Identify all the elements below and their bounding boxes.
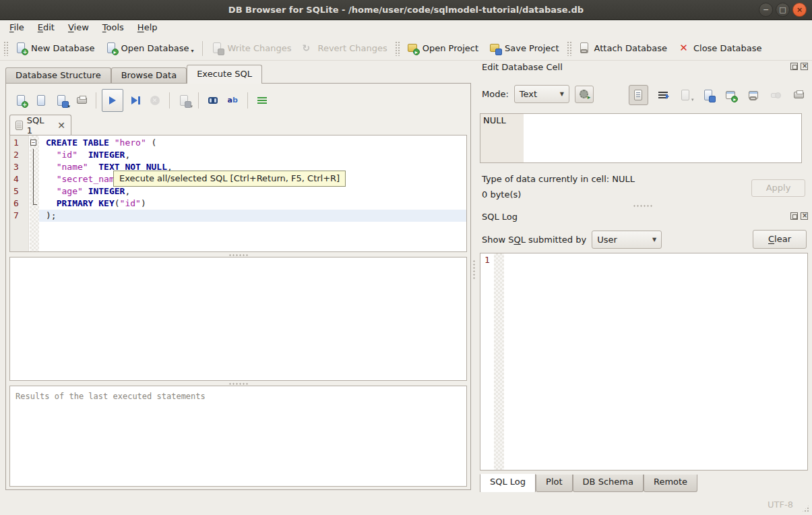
results-splitter[interactable]	[9, 381, 467, 386]
dock-section-splitter[interactable]	[474, 203, 812, 208]
code-text[interactable]: "age" INTEGER,	[39, 185, 466, 198]
new-database-button[interactable]: +New Database	[10, 40, 100, 57]
close-dock-icon[interactable]	[801, 212, 808, 220]
toolbar-handle[interactable]	[395, 41, 400, 56]
revert-changes-button[interactable]: ↻Revert Changes	[296, 40, 392, 57]
code-text[interactable]: PRIMARY KEY("id")	[39, 198, 466, 210]
cell-size-info: 0 byte(s)	[482, 189, 521, 200]
open-project-button[interactable]: ▸Open Project	[402, 40, 484, 57]
tab-database-structure[interactable]: Database Structure	[5, 67, 111, 84]
code-text[interactable]: CREATE TABLE "hero" (	[39, 137, 466, 149]
resize-grip-icon[interactable]	[801, 504, 810, 513]
float-dock-icon[interactable]	[790, 212, 798, 220]
dropdown-caret-icon[interactable]: ▾	[190, 104, 193, 109]
auto-mode-button[interactable]	[575, 86, 594, 103]
close-database-button[interactable]: ✕Close Database	[673, 40, 768, 57]
execute-current-line-button[interactable]	[126, 91, 144, 110]
sql-log-title: SQL Log	[482, 212, 518, 222]
print-cell-button[interactable]	[790, 87, 807, 103]
line-number: 2	[10, 149, 29, 161]
stop-execution-button[interactable]: ✕	[146, 91, 164, 110]
auto-completion-button[interactable]: ab	[224, 91, 242, 110]
encoding-indicator[interactable]: UTF-8	[768, 499, 793, 510]
line-number: 7	[10, 210, 29, 222]
write-changes-button[interactable]: Write Changes	[206, 40, 296, 57]
toolbar-handle[interactable]	[3, 41, 8, 56]
open-database-icon: ▸	[106, 42, 117, 54]
sql-toolbar: +▾✕▾ab	[9, 87, 467, 114]
save-project-button[interactable]: Save Project	[484, 40, 565, 57]
window-controls: − □ ×	[759, 3, 807, 17]
tab-browse-data[interactable]: Browse Data	[111, 67, 187, 84]
minimize-icon[interactable]: −	[759, 3, 773, 17]
print-button[interactable]	[73, 91, 90, 110]
code-text[interactable]: );	[39, 210, 466, 222]
code-line[interactable]: 7);	[10, 210, 466, 222]
mode-select[interactable]: Text ▼	[514, 85, 569, 103]
close-icon[interactable]: ×	[792, 3, 807, 17]
log-filter-value: User	[597, 235, 617, 245]
export-to-file-button[interactable]	[700, 87, 716, 103]
dock-splitter[interactable]	[472, 260, 476, 282]
toolbar-button-label: New Database	[31, 43, 95, 53]
tab-execute-sql[interactable]: Execute SQL	[187, 65, 262, 84]
cell-editor[interactable]: NULL	[480, 113, 802, 163]
editor-splitter[interactable]	[9, 252, 467, 257]
tab-sql-1[interactable]: SQL 1 ✕	[9, 115, 71, 135]
toolbar-button-label: Open Database	[121, 43, 189, 53]
code-text[interactable]: "id" INTEGER,	[39, 149, 466, 161]
execute-all-button[interactable]	[102, 89, 123, 112]
float-dock-icon[interactable]	[790, 63, 798, 70]
cell-editor-toolbar: ▾▸	[629, 85, 807, 105]
statusbar: UTF-8	[0, 492, 812, 515]
import-from-file-button[interactable]: ▾	[678, 87, 694, 103]
maximize-icon[interactable]: □	[776, 3, 790, 17]
save-results-button[interactable]: ▾	[175, 91, 193, 110]
titlebar[interactable]: DB Browser for SQLite - /home/user/code/…	[0, 0, 812, 20]
fold-collapse-icon[interactable]: −	[29, 137, 39, 149]
dock-tab-remote[interactable]: Remote	[644, 475, 697, 492]
find-button[interactable]	[204, 91, 222, 110]
clear-log-button[interactable]: Clear	[753, 230, 807, 249]
copy-link-button[interactable]	[745, 87, 761, 103]
sql-log-view[interactable]: 1	[480, 253, 808, 471]
format-sql-button[interactable]	[253, 91, 271, 110]
set-null-button[interactable]	[768, 87, 784, 103]
code-line[interactable]: 1−CREATE TABLE "hero" (	[10, 137, 466, 149]
fold-minus-icon[interactable]: −	[30, 140, 36, 146]
attach-database-icon	[579, 42, 590, 54]
page-plus-icon: +	[15, 95, 27, 107]
toolbar-button-label: Revert Changes	[317, 43, 387, 53]
menu-view[interactable]: View	[61, 20, 96, 36]
code-line[interactable]: 5 "age" INTEGER,	[10, 185, 466, 198]
text-mode-button[interactable]	[629, 85, 648, 105]
sql-editor[interactable]: 1−CREATE TABLE "hero" (2 "id" INTEGER,3 …	[9, 135, 467, 252]
open-sql-file-button[interactable]	[32, 91, 50, 110]
open-database-button[interactable]: ▸Open Database▾	[100, 40, 199, 57]
menu-tools[interactable]: Tools	[96, 20, 131, 36]
menu-edit[interactable]: Edit	[31, 20, 61, 36]
apply-button[interactable]: Apply	[751, 179, 805, 197]
toolbar-handle[interactable]	[567, 41, 571, 56]
code-line[interactable]: 2 "id" INTEGER,	[10, 149, 466, 161]
toolbar-separator	[96, 92, 96, 109]
dock-tab-db-schema[interactable]: DB Schema	[573, 475, 644, 492]
close-dock-icon[interactable]	[801, 63, 808, 70]
menu-help[interactable]: Help	[131, 20, 164, 36]
dock-tab-sql-log[interactable]: SQL Log	[480, 474, 536, 493]
open-in-external-button[interactable]: ▸	[723, 87, 739, 103]
open-tab-button[interactable]: +	[12, 91, 30, 110]
log-line-number: 1	[485, 255, 490, 265]
menu-file[interactable]: File	[3, 20, 31, 36]
dropdown-caret-icon[interactable]: ▾	[191, 48, 193, 54]
log-filter-select[interactable]: User ▼	[592, 231, 662, 249]
tab-close-icon[interactable]: ✕	[57, 120, 65, 131]
dropdown-caret-icon[interactable]: ▾	[67, 104, 70, 109]
word-wrap-button[interactable]	[655, 87, 671, 103]
dock-tab-plot[interactable]: Plot	[536, 475, 573, 492]
code-line[interactable]: 6 PRIMARY KEY("id")	[10, 198, 466, 210]
log-filter-label: Show SQL submitted by	[482, 235, 586, 245]
toolbar-button-label: Write Changes	[227, 43, 291, 53]
attach-database-button[interactable]: Attach Database	[573, 40, 673, 57]
save-sql-file-button[interactable]: ▾	[53, 91, 70, 110]
